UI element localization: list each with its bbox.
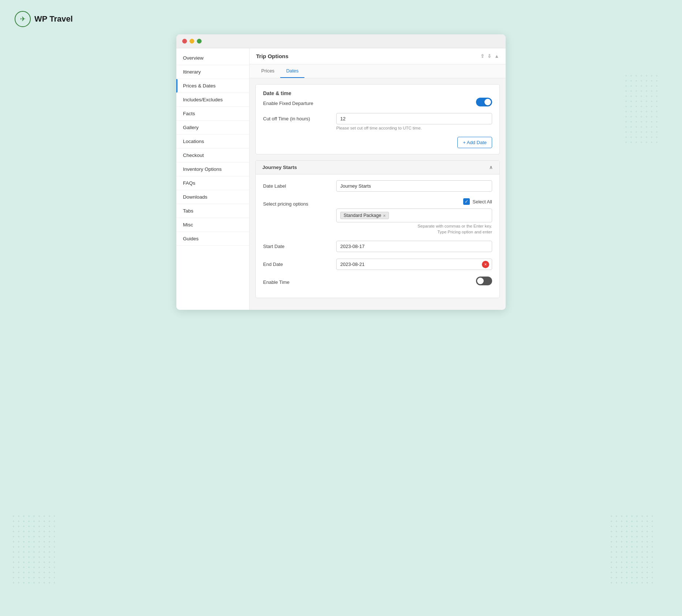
tag-input-area[interactable]: Standard Package × xyxy=(336,209,492,222)
tag-standard-package: Standard Package × xyxy=(340,212,389,219)
collapse-down-icon[interactable]: ⇩ xyxy=(487,53,491,59)
select-all-checkbox[interactable] xyxy=(463,198,470,205)
app-logo: ✈ xyxy=(15,11,31,27)
enable-time-control xyxy=(336,277,492,285)
select-all-row: Select All xyxy=(336,198,492,205)
add-date-button[interactable]: + Add Date xyxy=(457,137,492,148)
sidebar-item-locations[interactable]: Locations xyxy=(176,135,249,149)
tab-prices[interactable]: Prices xyxy=(255,64,280,78)
pricing-hint-1: Separate with commas or the Enter key. xyxy=(336,224,492,228)
end-date-wrap: × xyxy=(336,259,492,270)
section-title-text: Trip Options xyxy=(256,53,288,59)
enable-fixed-departure-label: Enable Fixed Departure xyxy=(263,98,336,106)
end-date-control: × xyxy=(336,259,492,270)
datetime-section-title: Date & time xyxy=(263,90,492,98)
enable-fixed-departure-toggle[interactable] xyxy=(476,98,492,106)
browser-chrome xyxy=(176,34,506,48)
cutoff-time-control: Please set cut off time according to UTC… xyxy=(336,113,492,130)
enable-time-toggle[interactable] xyxy=(476,277,492,285)
sidebar-item-overview[interactable]: Overview xyxy=(176,51,249,65)
sidebar-item-prices-dates[interactable]: Prices & Dates xyxy=(176,79,249,93)
app-title: WP Travel xyxy=(34,14,73,24)
section-header: Trip Options ⇧ ⇩ ▲ xyxy=(250,48,506,64)
dot-yellow[interactable] xyxy=(190,39,194,44)
browser-window: Overview Itinerary Prices & Dates Includ… xyxy=(176,34,506,310)
end-date-input[interactable] xyxy=(336,259,492,270)
content-area: Date & time Enable Fixed Departure Cut o… xyxy=(250,78,506,310)
pricing-hint-2: Type Pricing option and enter xyxy=(336,230,492,234)
cutoff-time-input[interactable] xyxy=(336,113,492,124)
start-date-row: Start Date xyxy=(263,241,492,252)
app-body: Overview Itinerary Prices & Dates Includ… xyxy=(176,48,506,310)
enable-time-label: Enable Time xyxy=(263,277,336,285)
sidebar-item-tabs[interactable]: Tabs xyxy=(176,204,249,218)
start-date-control xyxy=(336,241,492,252)
end-date-label: End Date xyxy=(263,259,336,267)
sidebar-item-downloads[interactable]: Downloads xyxy=(176,190,249,204)
sidebar-item-includes-excludes[interactable]: Includes/Excludes xyxy=(176,93,249,107)
date-label-control xyxy=(336,180,492,192)
tag-remove-icon[interactable]: × xyxy=(383,213,386,218)
select-all-label: Select All xyxy=(473,199,492,204)
sidebar-item-inventory[interactable]: Inventory Options xyxy=(176,162,249,176)
sidebar-item-facts[interactable]: Facts xyxy=(176,107,249,121)
date-label-row: Date Label xyxy=(263,180,492,192)
start-date-input[interactable] xyxy=(336,241,492,252)
journey-section-title: Journey Starts xyxy=(262,165,297,170)
sidebar-item-faqs[interactable]: FAQs xyxy=(176,176,249,190)
date-label-input[interactable] xyxy=(336,180,492,192)
enable-fixed-departure-row: Enable Fixed Departure xyxy=(263,98,492,106)
sidebar: Overview Itinerary Prices & Dates Includ… xyxy=(176,48,250,310)
main-content: Trip Options ⇧ ⇩ ▲ Prices Dates Date & t… xyxy=(250,48,506,310)
header-icons: ⇧ ⇩ ▲ xyxy=(480,53,499,59)
journey-panel: Journey Starts ∧ Date Label xyxy=(255,160,500,298)
pricing-options-row: Select pricing options Select All Standa… xyxy=(263,198,492,234)
pricing-options-label: Select pricing options xyxy=(263,198,336,207)
add-date-row: + Add Date xyxy=(263,137,492,148)
dot-red[interactable] xyxy=(182,39,187,44)
start-date-label: Start Date xyxy=(263,241,336,249)
tag-text: Standard Package xyxy=(344,213,381,218)
tab-dates[interactable]: Dates xyxy=(280,64,304,78)
dot-green[interactable] xyxy=(197,39,202,44)
date-label-label: Date Label xyxy=(263,180,336,189)
sidebar-item-gallery[interactable]: Gallery xyxy=(176,121,249,135)
tab-bar: Prices Dates xyxy=(250,64,506,78)
datetime-panel-body: Date & time Enable Fixed Departure Cut o… xyxy=(256,84,499,154)
end-date-row: End Date × xyxy=(263,259,492,270)
sidebar-item-checkout[interactable]: Checkout xyxy=(176,149,249,162)
cutoff-time-row: Cut off Time (in hours) Please set cut o… xyxy=(263,113,492,130)
deco-dots-right xyxy=(623,73,660,146)
collapse-up-icon[interactable]: ⇧ xyxy=(480,53,484,59)
pricing-options-control: Select All Standard Package × Separate w… xyxy=(336,198,492,234)
sidebar-item-itinerary[interactable]: Itinerary xyxy=(176,65,249,79)
top-bar: ✈ WP Travel xyxy=(7,7,675,34)
sidebar-item-guides[interactable]: Guides xyxy=(176,232,249,246)
journey-collapse-icon[interactable]: ∧ xyxy=(489,165,493,170)
journey-panel-body: Date Label Select pricing options xyxy=(256,174,499,298)
journey-section-header: Journey Starts ∧ xyxy=(256,161,499,174)
settings-icon[interactable]: ▲ xyxy=(494,53,499,59)
end-date-clear-button[interactable]: × xyxy=(482,261,489,268)
enable-time-row: Enable Time xyxy=(263,277,492,285)
cutoff-time-label: Cut off Time (in hours) xyxy=(263,113,336,121)
logo-icon: ✈ xyxy=(20,15,26,23)
enable-fixed-departure-control xyxy=(336,98,492,106)
cutoff-time-hint: Please set cut off time according to UTC… xyxy=(336,126,492,130)
sidebar-item-misc[interactable]: Misc xyxy=(176,218,249,232)
datetime-panel: Date & time Enable Fixed Departure Cut o… xyxy=(255,84,500,154)
